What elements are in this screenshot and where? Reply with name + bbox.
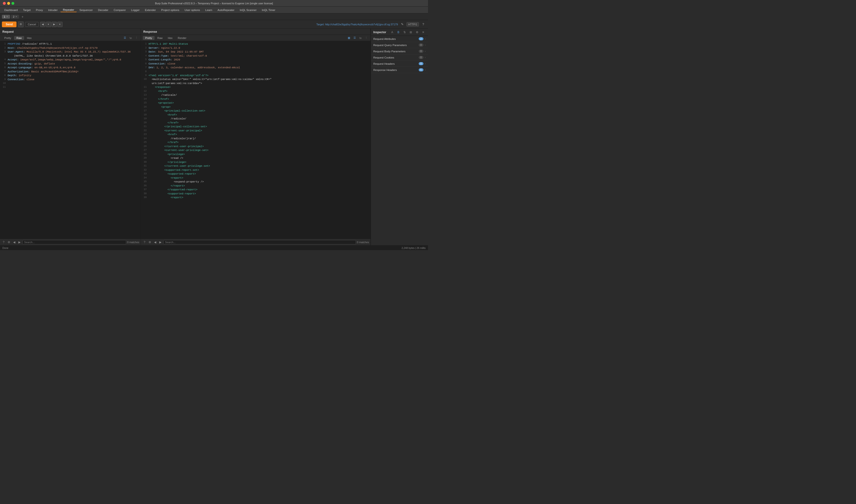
response-help-icon[interactable]: ? (142, 240, 147, 244)
code-line: 9Connection: close (0, 78, 141, 82)
response-tab-render[interactable]: Render (175, 36, 189, 40)
menu-item-sequencer[interactable]: Sequencer (77, 8, 95, 12)
response-search-input[interactable] (163, 240, 356, 244)
menu-item-repeater[interactable]: Repeater (60, 8, 76, 12)
menu-item-intruder[interactable]: Intruder (46, 8, 60, 12)
next-dropdown-button[interactable]: ▾ (57, 22, 63, 27)
prev-dropdown-button[interactable]: ▾ (46, 22, 51, 27)
chevron-down-icon: › (425, 44, 426, 46)
response-icon-list[interactable]: ☰ (352, 36, 357, 40)
code-line: 31 </current-user-privilege-set> (141, 164, 371, 168)
response-icon-more[interactable]: ⋮ (364, 36, 369, 40)
inspector-section-request-headers[interactable]: Request Headers8› (371, 61, 428, 67)
response-tab-raw[interactable]: Raw (155, 36, 165, 40)
line-content: HTTP/1.1 207 Multi-Status (148, 42, 370, 46)
menu-item-learn[interactable]: Learn (203, 8, 214, 12)
request-tab-pretty[interactable]: Pretty (2, 36, 14, 40)
menu-item-autorepeater[interactable]: AutoRepeater (215, 8, 237, 12)
settings-icon[interactable]: ⚙ (18, 21, 24, 27)
code-line: 27 <current-user-privilege-set> (141, 148, 371, 152)
status-right: 2,248 bytes | 26 millis (402, 247, 426, 249)
inspector-icon-sort[interactable]: ⇅ (402, 30, 407, 35)
inspector-section-request-cookies[interactable]: Request Cookies0› (371, 54, 428, 61)
inspector-section-request-query-parameters[interactable]: Request Query Parameters0› (371, 42, 428, 48)
line-content: /radicale/ (148, 117, 370, 121)
send-button[interactable]: Send (2, 21, 17, 27)
request-tab-hex[interactable]: Hex (24, 36, 34, 40)
line-number: 25 (142, 141, 148, 145)
http-version-badge[interactable]: HTTP/1 (407, 22, 419, 26)
response-search-next-icon[interactable]: ▶ (158, 240, 162, 244)
response-search-settings-icon[interactable]: ⚙ (148, 240, 152, 244)
close-button[interactable] (3, 2, 6, 5)
add-tab-button[interactable]: + (20, 14, 25, 19)
toolbar: Send ⚙ Cancel ◀ ▾ ▶ ▾ Target: http://cha… (0, 20, 428, 29)
response-search-prev-icon[interactable]: ◀ (153, 240, 157, 244)
menu-item-proxy[interactable]: Proxy (33, 8, 45, 12)
code-line: 20 </href> (141, 121, 371, 125)
code-line: 29 <read /> (141, 156, 371, 160)
code-line: 4Content-Type: text/xml; charset=utf-8 (141, 54, 371, 58)
inspector-icon-b[interactable]: B (396, 30, 401, 35)
menu-item-user-options[interactable]: User options (182, 8, 202, 12)
tab-2-label: 2 (13, 15, 14, 18)
line-number: 13 (142, 93, 148, 97)
tab-2[interactable]: 2 ✕ (11, 15, 19, 19)
inspector-icon-adjust[interactable]: ⊞ (408, 30, 413, 35)
tabbar: 1 ✕ 2 ✕ + (0, 13, 428, 20)
inspector-icon-a[interactable]: A (390, 30, 395, 35)
inspector-section-badge: 0 (419, 56, 424, 59)
cancel-button[interactable]: Cancel (25, 22, 38, 27)
line-content: /radicale/ (148, 93, 370, 97)
menu-item-decoder[interactable]: Decoder (95, 8, 111, 12)
inspector-section-response-headers[interactable]: Response Headers6› (371, 67, 428, 73)
inspector-section-request-attributes[interactable]: Request Attributes2› (371, 36, 428, 42)
line-number: 5 (1, 62, 7, 66)
menu-item-target[interactable]: Target (20, 8, 33, 12)
code-line: 35 <expand-property /> (141, 180, 371, 184)
edit-target-icon[interactable]: ✎ (399, 21, 405, 27)
titlebar: Burp Suite Professional v2022.8.3 – Temp… (0, 0, 428, 7)
request-help-icon[interactable]: ? (1, 240, 6, 244)
chevron-down-icon: › (425, 50, 426, 53)
menubar: DashboardTargetProxyIntruderRepeaterSequ… (0, 7, 428, 13)
response-icon-wrap[interactable]: \n (358, 36, 363, 40)
response-icon-grid[interactable]: ▦ (346, 36, 351, 40)
line-number: 39 (142, 196, 148, 200)
request-search-settings-icon[interactable]: ⚙ (7, 240, 11, 244)
request-search-prev-icon[interactable]: ◀ (12, 240, 16, 244)
request-search-bar: ? ⚙ ◀ ▶ 0 matches (0, 239, 141, 245)
response-tab-pretty[interactable]: Pretty (143, 36, 155, 40)
tab-1-close[interactable]: ✕ (6, 15, 8, 18)
request-icon-wrap[interactable]: \n (128, 36, 133, 40)
inspector-close-icon[interactable]: ✕ (421, 30, 426, 35)
statusbar: Done 2,248 bytes | 26 millis (0, 245, 428, 250)
tab-1[interactable]: 1 ✕ (2, 15, 10, 19)
line-content: DAV: 1, 2, 3, calendar-access, addressbo… (148, 66, 370, 70)
status-left: Done (2, 247, 8, 249)
menu-item-inql-scanner[interactable]: InQL Scanner (237, 8, 259, 12)
menu-item-inql-timer[interactable]: InQL Timer (260, 8, 278, 12)
request-icon-more[interactable]: ⋮ (134, 36, 139, 40)
prev-request-button[interactable]: ◀ (40, 22, 46, 27)
inspector-section-request-body-parameters[interactable]: Request Body Parameters0› (371, 48, 428, 54)
response-tab-hex[interactable]: Hex (165, 36, 175, 40)
next-request-button[interactable]: ▶ (52, 22, 57, 27)
menu-item-logger[interactable]: Logger (129, 8, 142, 12)
request-icon-list[interactable]: ☰ (123, 36, 127, 40)
tab-2-close[interactable]: ✕ (15, 15, 17, 18)
line-content: urn:ietf:params:xml:ns:carddav"> (148, 82, 370, 86)
menu-item-project-options[interactable]: Project options (159, 8, 182, 12)
menu-item-extender[interactable]: Extender (143, 8, 158, 12)
request-tab-raw[interactable]: Raw (14, 36, 24, 40)
code-line: 1HTTP/1.1 207 Multi-Status (141, 42, 371, 46)
request-search-input[interactable] (22, 240, 126, 244)
menu-item-dashboard[interactable]: Dashboard (2, 8, 20, 12)
maximize-button[interactable] (12, 2, 14, 5)
minimize-button[interactable] (7, 2, 10, 5)
menu-item-comparer[interactable]: Comparer (111, 8, 128, 12)
line-content: PROPFIND /radicale/ HTTP/1.1 (7, 42, 140, 46)
inspector-settings-icon[interactable]: ⚙ (415, 30, 420, 35)
help-icon[interactable]: ? (421, 21, 426, 27)
request-search-next-icon[interactable]: ▶ (17, 240, 21, 244)
